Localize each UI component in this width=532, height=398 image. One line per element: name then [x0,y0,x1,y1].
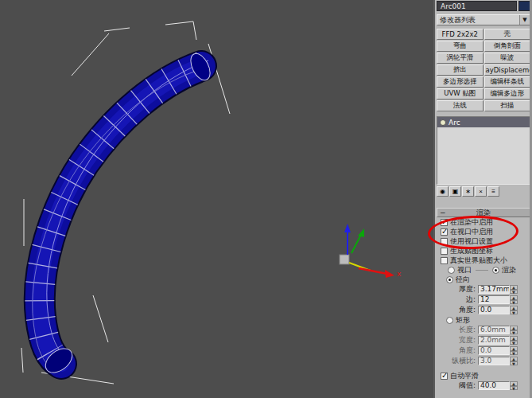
configure-modifier-sets-icon[interactable]: ≡ [487,186,499,197]
arc-tube-object[interactable] [33,50,214,377]
modifier-list-label: 修改器列表 [440,15,476,25]
radio-rectangular-row[interactable]: 矩形 [437,315,530,325]
modifier-button-shell[interactable]: 壳 [484,29,531,40]
checkbox-enable-in-viewport[interactable]: 在视口中启用 [437,227,530,236]
radio-radial-row[interactable]: 径向 [437,275,530,284]
checkbox-icon[interactable] [441,248,448,255]
axis-x-arrow[interactable] [359,268,387,274]
thickness-input[interactable]: 3.17mm [478,285,510,294]
width-spinner[interactable]: ▲▼ [510,336,518,345]
viewport-canvas[interactable]: x [0,0,433,398]
radio-viewport[interactable] [448,267,455,274]
aspect-label: 纵横比: [441,356,478,366]
aspect-spinner[interactable]: ▲▼ [510,357,518,365]
pivot-box-icon[interactable] [340,255,349,264]
threshold-row: 阈值: 40.0 ▲▼ [437,380,530,391]
aspect-input[interactable]: 3.0 [478,357,510,365]
rollout-rendering-header[interactable]: − 渲染 [437,208,530,217]
modifier-button-ffd2x2x2[interactable]: FFD 2x2x2 [437,29,483,40]
thickness-spinner[interactable]: ▲▼ [510,285,518,294]
stack-toolbar: ◉ ▣ ∗ × ≡ [437,186,530,197]
length-spinner[interactable]: ▲▼ [510,326,518,334]
axis-x-label: x [397,270,402,278]
modifier-button-sweep[interactable]: 扫描 [484,100,531,111]
rollout-title: 渲染 [476,209,491,217]
rect-angle-label: 角度: [441,345,478,356]
modifier-button-turbosmooth[interactable]: 涡轮平滑 [437,53,483,64]
modifier-button-normal[interactable]: 法线 [437,100,483,111]
modifier-button-poly-select[interactable]: 多边形选择 [437,76,483,88]
radio-rectangular-label: 矩形 [456,315,470,325]
sides-row: 边: 12 ▲▼ [437,295,530,305]
checkbox-label: 在渲染中启用 [450,217,493,227]
object-name-row: Arc001 [437,1,530,11]
axis-gizmo[interactable]: x [340,224,402,278]
radio-viewport-label: 视口 [457,265,472,275]
checkbox-icon[interactable] [441,373,448,380]
pin-stack-icon[interactable]: ◉ [437,186,449,197]
angle-label: 角度: [441,305,478,315]
modifier-button-grid: FFD 2x2x2 壳 弯曲 倒角剖面 涡轮平滑 噪波 挤出 ayDisplac… [437,29,530,111]
radio-renderer[interactable] [492,267,499,274]
checkbox-icon[interactable] [441,257,448,264]
checkbox-icon[interactable] [441,228,448,236]
checkbox-generate-mapping-coords[interactable]: 生成贴图坐标 [437,246,530,256]
checkbox-label: 在视口中启用 [450,227,493,236]
modifier-button-edit-spline[interactable]: 编辑样条线 [484,76,531,88]
threshold-label: 阈值: [441,380,478,391]
modifier-button-uvw-map[interactable]: UVW 贴图 [437,88,483,100]
angle-input[interactable]: 0.0 [478,306,510,314]
width-input[interactable]: 2.0mm [478,336,510,345]
checkbox-auto-smooth[interactable]: 自动平滑 [437,371,530,380]
auto-smooth-label: 自动平滑 [450,371,479,380]
width-label: 宽度: [441,335,478,345]
remove-modifier-icon[interactable]: × [475,186,487,197]
checkbox-label: 生成贴图坐标 [450,246,493,256]
length-label: 长度: [441,325,478,335]
checkbox-icon[interactable] [441,238,448,245]
stack-item-arc[interactable]: Arc [437,117,530,127]
collapse-icon[interactable]: − [440,209,446,217]
threshold-input[interactable]: 40.0 [478,381,510,390]
checkbox-real-world-map-size[interactable]: 真实世界贴图大小 [437,256,530,265]
modifier-button-bend[interactable]: 弯曲 [437,41,483,52]
viewport[interactable]: x [0,0,433,398]
radio-rectangular[interactable] [446,317,453,324]
checkbox-label: 真实世界贴图大小 [450,256,507,265]
width-row: 宽度: 2.0mm ▲▼ [437,335,530,345]
modifier-button-displacement[interactable]: ayDisplacement [484,64,531,76]
modifier-stack-list[interactable]: Arc [437,116,530,185]
modifier-button-edit-poly[interactable]: 编辑多边形 [484,88,531,100]
length-input[interactable]: 6.0mm [478,326,510,334]
checkbox-enable-in-renderer[interactable]: 在渲染中启用 [437,217,530,227]
radio-radial[interactable] [446,276,453,283]
length-row: 长度: 6.0mm ▲▼ [437,325,530,335]
angle-spinner[interactable]: ▲▼ [510,306,518,314]
stack-item-label: Arc [449,119,460,127]
checkbox-use-viewport-settings[interactable]: 使用视口设置 [437,236,530,246]
modifier-list-dropdown[interactable]: 修改器列表 ▼ [437,14,530,25]
lightbulb-icon[interactable] [440,119,446,126]
threshold-spinner[interactable]: ▲▼ [510,381,518,390]
make-unique-icon[interactable]: ∗ [462,186,474,197]
viewport-renderer-radio-row: 视口 渲染 [437,265,530,275]
show-end-result-icon[interactable]: ▣ [449,186,461,197]
object-name-field[interactable]: Arc001 [437,1,517,11]
thickness-label: 厚度: [441,284,478,295]
sides-spinner[interactable]: ▲▼ [510,295,518,304]
chevron-down-icon[interactable]: ▼ [519,15,530,25]
modifier-button-extrude[interactable]: 挤出 [437,64,483,76]
sides-label: 边: [441,295,478,305]
angle-row: 角度: 0.0 ▲▼ [437,305,530,315]
checkbox-icon[interactable] [441,219,448,226]
command-panel: Arc001 修改器列表 ▼ FFD 2x2x2 壳 弯曲 倒角剖面 涡轮平滑 … [433,0,532,398]
modifier-button-bevel-profile[interactable]: 倒角剖面 [484,41,531,52]
divider [476,270,488,271]
rect-angle-spinner[interactable]: ▲▼ [510,346,518,355]
object-color-swatch[interactable] [518,1,530,11]
aspect-row: 纵横比: 3.0 ▲▼ [437,356,530,366]
thickness-row: 厚度: 3.17mm ▲▼ [437,284,530,295]
modifier-button-noise[interactable]: 噪波 [484,53,531,64]
sides-input[interactable]: 12 [478,295,510,304]
rect-angle-input[interactable]: 0.0 [478,346,510,355]
